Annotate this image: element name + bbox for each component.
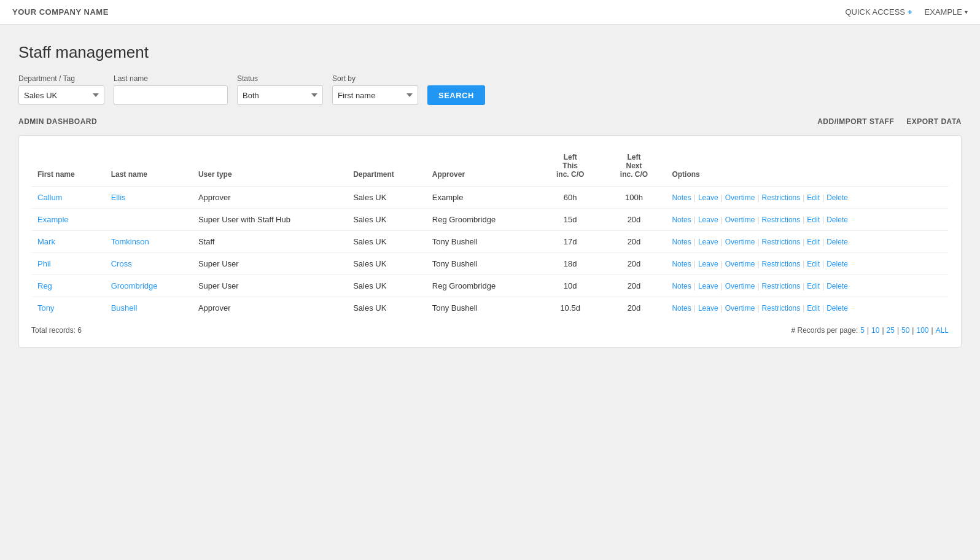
firstname-link[interactable]: Callum bbox=[37, 193, 62, 202]
firstname-link[interactable]: Mark bbox=[37, 237, 55, 246]
quick-access[interactable]: QUICK ACCESS + bbox=[845, 7, 912, 17]
lastname-label: Last name bbox=[114, 74, 228, 83]
option-restrictions-link[interactable]: Restrictions bbox=[762, 238, 801, 246]
option-leave-link[interactable]: Leave bbox=[698, 216, 718, 224]
example-dropdown[interactable]: EXAMPLE ▾ bbox=[925, 7, 968, 17]
department-tag-label: Department / Tag bbox=[18, 74, 104, 83]
option-overtime-link[interactable]: Overtime bbox=[725, 238, 755, 246]
page-size-25[interactable]: 25 bbox=[887, 326, 895, 335]
option-edit-link[interactable]: Edit bbox=[807, 216, 820, 224]
col-left-next: LeftNextinc. C/O bbox=[602, 148, 666, 187]
table-row: MarkTomkinsonStaffSales UKTony Bushell17… bbox=[31, 231, 949, 253]
lastname-link[interactable]: Cross bbox=[111, 259, 132, 268]
sortby-filter-group: Sort by First name Last name Department bbox=[332, 74, 418, 105]
main-content: Staff management Department / Tag Sales … bbox=[0, 25, 980, 560]
lastname-link[interactable]: Tomkinson bbox=[111, 237, 149, 246]
approver-cell: Reg Groombridge bbox=[426, 209, 539, 231]
left-this-cell: 15d bbox=[539, 209, 602, 231]
firstname-link[interactable]: Tony bbox=[37, 303, 54, 313]
user-type-cell: Super User bbox=[192, 253, 347, 275]
table-row: TonyBushellApproverSales UKTony Bushell1… bbox=[31, 297, 949, 319]
add-import-staff-link[interactable]: ADD/IMPORT STAFF bbox=[817, 117, 894, 126]
option-restrictions-link[interactable]: Restrictions bbox=[762, 282, 801, 290]
option-notes-link[interactable]: Notes bbox=[672, 304, 691, 313]
option-leave-link[interactable]: Leave bbox=[698, 304, 718, 313]
option-notes-link[interactable]: Notes bbox=[672, 216, 691, 224]
option-delete-link[interactable]: Delete bbox=[826, 193, 848, 202]
page-size-10[interactable]: 10 bbox=[871, 326, 879, 335]
firstname-link[interactable]: Reg bbox=[37, 281, 52, 290]
option-edit-link[interactable]: Edit bbox=[807, 193, 820, 202]
option-restrictions-link[interactable]: Restrictions bbox=[762, 260, 801, 268]
option-delete-link[interactable]: Delete bbox=[826, 282, 848, 290]
table-container: First name Last name User type Departmen… bbox=[18, 135, 962, 348]
left-next-cell: 100h bbox=[602, 187, 666, 209]
chevron-down-icon: ▾ bbox=[965, 9, 968, 15]
option-restrictions-link[interactable]: Restrictions bbox=[762, 193, 801, 202]
approver-cell: Tony Bushell bbox=[426, 297, 539, 319]
option-delete-link[interactable]: Delete bbox=[826, 304, 848, 313]
option-restrictions-link[interactable]: Restrictions bbox=[762, 216, 801, 224]
sortby-select[interactable]: First name Last name Department bbox=[332, 85, 418, 105]
left-next-cell: 20d bbox=[602, 209, 666, 231]
page-size-all[interactable]: ALL bbox=[936, 326, 949, 335]
option-leave-link[interactable]: Leave bbox=[698, 260, 718, 268]
table-header-row: First name Last name User type Departmen… bbox=[31, 148, 949, 187]
option-restrictions-link[interactable]: Restrictions bbox=[762, 304, 801, 313]
col-left-this: LeftThisinc. C/O bbox=[539, 148, 602, 187]
option-notes-link[interactable]: Notes bbox=[672, 193, 691, 202]
approver-cell: Tony Bushell bbox=[426, 253, 539, 275]
options-cell: Notes|Leave|Overtime|Restrictions|Edit|D… bbox=[666, 253, 949, 275]
option-edit-link[interactable]: Edit bbox=[807, 282, 820, 290]
export-data-link[interactable]: EXPORT DATA bbox=[906, 117, 962, 126]
left-this-cell: 17d bbox=[539, 231, 602, 253]
firstname-link[interactable]: Example bbox=[37, 215, 69, 224]
option-delete-link[interactable]: Delete bbox=[826, 216, 848, 224]
options-cell: Notes|Leave|Overtime|Restrictions|Edit|D… bbox=[666, 275, 949, 297]
status-select[interactable]: Both Active Inactive bbox=[237, 85, 323, 105]
option-notes-link[interactable]: Notes bbox=[672, 238, 691, 246]
status-filter-group: Status Both Active Inactive bbox=[237, 74, 323, 105]
option-edit-link[interactable]: Edit bbox=[807, 304, 820, 313]
page-size-100[interactable]: 100 bbox=[916, 326, 928, 335]
table-footer: Total records: 6 # Records per page: 5 |… bbox=[31, 326, 949, 335]
user-type-cell: Approver bbox=[192, 297, 347, 319]
department-tag-select[interactable]: Sales UK All departments bbox=[18, 85, 104, 105]
option-edit-link[interactable]: Edit bbox=[807, 238, 820, 246]
option-overtime-link[interactable]: Overtime bbox=[725, 193, 755, 202]
option-overtime-link[interactable]: Overtime bbox=[725, 216, 755, 224]
table-row: CallumEllisApproverSales UKExample60h100… bbox=[31, 187, 949, 209]
sub-nav-right: ADD/IMPORT STAFF EXPORT DATA bbox=[817, 117, 962, 126]
option-delete-link[interactable]: Delete bbox=[826, 238, 848, 246]
admin-dashboard-link[interactable]: ADMIN DASHBOARD bbox=[18, 117, 97, 126]
lastname-link[interactable]: Ellis bbox=[111, 193, 126, 202]
left-next-cell: 20d bbox=[602, 297, 666, 319]
option-leave-link[interactable]: Leave bbox=[698, 193, 718, 202]
approver-cell: Example bbox=[426, 187, 539, 209]
option-delete-link[interactable]: Delete bbox=[826, 260, 848, 268]
option-edit-link[interactable]: Edit bbox=[807, 260, 820, 268]
option-notes-link[interactable]: Notes bbox=[672, 260, 691, 268]
option-leave-link[interactable]: Leave bbox=[698, 238, 718, 246]
top-nav-right: QUICK ACCESS + EXAMPLE ▾ bbox=[845, 7, 968, 17]
left-next-cell: 20d bbox=[602, 231, 666, 253]
department-cell: Sales UK bbox=[347, 209, 426, 231]
option-overtime-link[interactable]: Overtime bbox=[725, 260, 755, 268]
option-overtime-link[interactable]: Overtime bbox=[725, 304, 755, 313]
option-notes-link[interactable]: Notes bbox=[672, 282, 691, 290]
left-next-cell: 20d bbox=[602, 253, 666, 275]
lastname-input[interactable] bbox=[114, 85, 228, 105]
col-usertype: User type bbox=[192, 148, 347, 187]
option-overtime-link[interactable]: Overtime bbox=[725, 282, 755, 290]
lastname-link[interactable]: Groombridge bbox=[111, 281, 158, 290]
page-size-50[interactable]: 50 bbox=[901, 326, 909, 335]
page-size-5[interactable]: 5 bbox=[860, 326, 865, 335]
department-cell: Sales UK bbox=[347, 253, 426, 275]
firstname-link[interactable]: Phil bbox=[37, 259, 51, 268]
lastname-link[interactable]: Bushell bbox=[111, 303, 138, 313]
option-leave-link[interactable]: Leave bbox=[698, 282, 718, 290]
records-per-page: # Records per page: 5 | 10 | 25 | 50 | 1… bbox=[791, 326, 949, 335]
search-button[interactable]: SEARCH bbox=[427, 85, 485, 105]
department-cell: Sales UK bbox=[347, 297, 426, 319]
table-row: ExampleSuper User with Staff HubSales UK… bbox=[31, 209, 949, 231]
